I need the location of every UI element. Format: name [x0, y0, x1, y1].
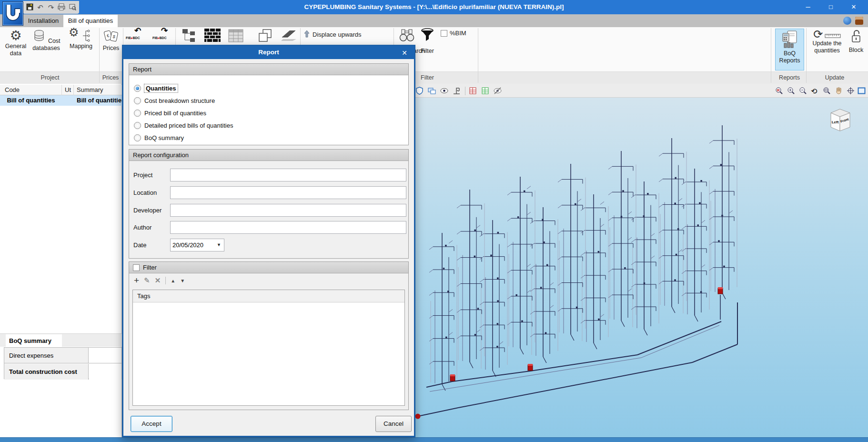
globe-icon[interactable] — [843, 17, 851, 25]
close-button[interactable]: ✕ — [843, 0, 864, 14]
delete-button[interactable] — [278, 28, 297, 45]
redraw-button[interactable]: R — [775, 87, 784, 95]
filter-button[interactable] — [420, 28, 434, 45]
general-data-button[interactable]: ⚙ General data — [2, 29, 30, 57]
save-button[interactable] — [26, 3, 33, 12]
prices-button[interactable]: €$ Prices — [101, 29, 121, 52]
column-header-summary[interactable]: Summary — [74, 85, 122, 95]
radio-label: Cost breakdown structure — [144, 97, 215, 104]
checkbox-icon — [441, 30, 447, 37]
tags-list[interactable]: Tags — [132, 290, 405, 406]
red-table-button[interactable] — [469, 87, 477, 95]
redo-icon: ↷ — [48, 3, 54, 12]
radio-quantities[interactable]: Quantities — [134, 82, 178, 94]
zoom-out-button[interactable] — [799, 87, 807, 95]
work-sections-button[interactable] — [204, 28, 221, 45]
view-cube[interactable]: LeftFront — [827, 107, 853, 133]
visibility-button[interactable] — [440, 87, 449, 95]
previous-view-button[interactable]: ⟲ — [811, 87, 819, 95]
views-button[interactable] — [428, 87, 436, 95]
print-preview-button[interactable] — [69, 3, 76, 12]
radio-label: Quantities — [144, 84, 178, 92]
accept-button[interactable]: Accept — [131, 416, 172, 432]
center-view-button[interactable] — [847, 87, 855, 95]
search-button[interactable] — [399, 28, 414, 45]
edit-tag-button[interactable]: ✎ — [144, 276, 150, 285]
project-label: Project — [133, 169, 152, 181]
boq-summary-strip: BoQ summary — [0, 333, 122, 347]
undo-button[interactable]: ↶ — [36, 3, 44, 12]
move-up-button[interactable]: ▲ — [171, 278, 175, 283]
zoom-window-button[interactable] — [823, 87, 831, 95]
group-label-prices: Prices — [95, 72, 126, 83]
author-field[interactable] — [170, 221, 406, 234]
boq-reports-button[interactable]: BoQ Reports — [775, 29, 804, 70]
delete-tag-button[interactable]: ✕ — [155, 276, 161, 285]
boq-reports-label: BoQ Reports — [776, 50, 804, 64]
measurement-table-button[interactable] — [228, 29, 244, 45]
update-quantities-button[interactable]: ⟳ Update the quantities — [808, 29, 846, 54]
project-field[interactable] — [170, 169, 406, 181]
radio-label: Detailed priced bills of quantities — [144, 122, 233, 129]
fie-export-button[interactable]: ↷ FIE▸BDC — [151, 28, 173, 43]
green-table-button[interactable] — [481, 87, 490, 95]
hide-elements-button[interactable] — [494, 87, 502, 95]
redo-button[interactable]: ↷ — [47, 3, 55, 12]
maximize-button[interactable]: □ — [820, 0, 841, 14]
report-group-title: Report — [129, 64, 408, 75]
print-button[interactable] — [58, 3, 65, 12]
location-field[interactable] — [170, 186, 406, 199]
gear-icon: ⚙ — [10, 28, 21, 43]
close-icon: ✕ — [402, 49, 407, 57]
package-icon[interactable] — [855, 17, 863, 25]
radio-boq-summary[interactable]: BoQ summary — [134, 132, 184, 143]
quick-access-toolbar: ↶ ↷ — [23, 1, 79, 14]
funnel-icon — [420, 36, 434, 44]
dialog-close-button[interactable]: ✕ — [399, 48, 410, 58]
radio-cost-breakdown-structure[interactable]: Cost breakdown structure — [134, 95, 215, 106]
mapping-button[interactable]: ⚙ Mapping — [66, 29, 96, 50]
fie-import-button[interactable]: ↶ FIE▸BDC — [125, 28, 147, 43]
crane-button[interactable] — [453, 87, 461, 95]
app-logo[interactable] — [2, 1, 23, 26]
developer-field[interactable] — [170, 204, 406, 217]
displace-upwards-button[interactable]: Displace upwards — [304, 30, 362, 39]
zoom-in-button[interactable] — [787, 87, 796, 95]
cost-databases-button[interactable]: Cost databases — [30, 29, 62, 52]
boq-summary-tab[interactable]: BoQ summary — [6, 334, 62, 347]
references-button[interactable] — [415, 87, 424, 95]
bim-checkbox[interactable]: %BIM — [441, 30, 466, 37]
add-tag-button[interactable]: + — [134, 275, 139, 286]
minimize-button[interactable]: ─ — [797, 0, 818, 14]
table-row[interactable]: Bill of quantities Bill of quantities — [0, 95, 122, 106]
block-button[interactable]: Block — [846, 29, 866, 54]
chapter-tree-button[interactable] — [181, 28, 197, 46]
date-combo[interactable]: 20/05/2020▼ — [170, 239, 224, 251]
report-dialog: Report ✕ Report Quantities Cost breakdow… — [122, 45, 415, 437]
filter-checkbox[interactable] — [133, 264, 140, 271]
developer-label: Developer — [133, 204, 161, 217]
move-down-button[interactable]: ▼ — [180, 278, 185, 283]
table-icon — [228, 36, 244, 44]
copy-button[interactable] — [257, 29, 273, 45]
cancel-button[interactable]: Cancel — [375, 416, 412, 432]
radio-priced-bill[interactable]: Priced bill of quantities — [134, 107, 206, 119]
full-window-button[interactable] — [858, 87, 866, 95]
radio-icon — [134, 134, 141, 141]
tab-installation[interactable]: Installation — [24, 15, 63, 27]
configuration-group-title: Report configuration — [129, 150, 408, 161]
copy-icon — [257, 36, 273, 44]
pan-button[interactable] — [835, 87, 843, 95]
undo-icon: ↶ — [37, 3, 43, 12]
column-header-ut[interactable]: Ut — [62, 85, 74, 95]
radio-detailed-priced-bills[interactable]: Detailed priced bills of quantities — [134, 120, 233, 131]
open-padlock-icon — [850, 40, 862, 46]
column-header-code[interactable]: Code — [0, 85, 62, 95]
direct-expenses-label: Direct expenses — [4, 348, 89, 363]
filter-group-header: Filter — [129, 262, 408, 273]
filter-group: Filter + ✎ ✕ ▲ ▼ Tags — [129, 261, 409, 410]
tab-row — [0, 14, 868, 27]
prices-label: Prices — [103, 45, 120, 51]
radio-label: BoQ summary — [144, 134, 184, 141]
print-preview-icon — [69, 3, 76, 12]
